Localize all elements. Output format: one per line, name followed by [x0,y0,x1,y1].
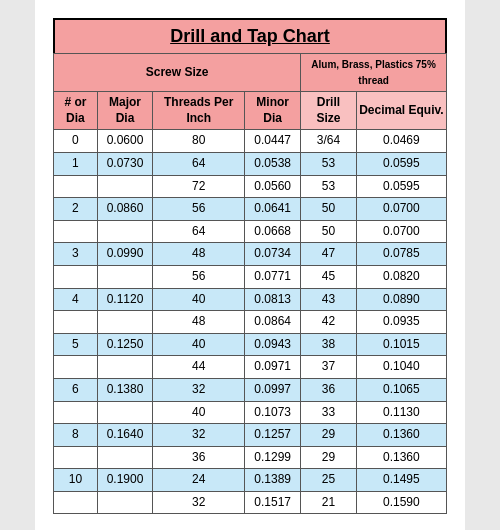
table-cell: 3/64 [301,130,357,153]
table-row: 440.0971370.1040 [54,356,447,379]
chart-title: Drill and Tap Chart [53,18,447,53]
alum-brass-header: Alum, Brass, Plastics 75% thread [301,54,447,92]
table-cell: 0.0820 [356,265,446,288]
table-row: 320.1517210.1590 [54,491,447,514]
table-row: 480.0864420.0935 [54,311,447,334]
table-row: 60.1380320.0997360.1065 [54,378,447,401]
table-cell: 50 [301,198,357,221]
table-cell [54,356,98,379]
table-cell: 43 [301,288,357,311]
table-cell: 0.0864 [245,311,301,334]
table-cell: 0.1517 [245,491,301,514]
table-cell: 0.0730 [97,152,152,175]
table-cell: 0.0641 [245,198,301,221]
table-cell [97,401,152,424]
table-cell: 64 [153,152,245,175]
table-cell: 56 [153,265,245,288]
table-cell [54,446,98,469]
table-cell [54,175,98,198]
col-drill-header: Drill Size [301,92,357,130]
table-row: 100.1900240.1389250.1495 [54,469,447,492]
table-cell: 53 [301,175,357,198]
table-cell: 0.0538 [245,152,301,175]
table-cell [97,446,152,469]
chart-container: Drill and Tap Chart Screw Size Alum, Bra… [35,0,465,530]
table-cell: 32 [153,378,245,401]
table-cell: 0.0771 [245,265,301,288]
table-cell: 40 [153,288,245,311]
table-cell: 0.1120 [97,288,152,311]
table-cell: 0.1640 [97,424,152,447]
table-cell: 8 [54,424,98,447]
table-cell: 64 [153,220,245,243]
table-cell: 0.1380 [97,378,152,401]
table-cell: 3 [54,243,98,266]
table-cell: 0.0560 [245,175,301,198]
col-tpi-header: Threads Per Inch [153,92,245,130]
table-cell: 38 [301,333,357,356]
table-cell: 5 [54,333,98,356]
table-row: 560.0771450.0820 [54,265,447,288]
table-cell: 0.0785 [356,243,446,266]
table-cell: 0 [54,130,98,153]
table-cell [54,220,98,243]
table-cell [97,311,152,334]
table-cell: 0.1250 [97,333,152,356]
table-cell: 47 [301,243,357,266]
table-cell: 40 [153,333,245,356]
table-cell: 0.0700 [356,220,446,243]
table-cell: 0.0990 [97,243,152,266]
table-cell: 0.1495 [356,469,446,492]
table-cell: 2 [54,198,98,221]
table-cell: 0.1257 [245,424,301,447]
table-cell: 0.0890 [356,288,446,311]
table-cell: 0.1360 [356,446,446,469]
table-cell: 37 [301,356,357,379]
table-cell: 0.0813 [245,288,301,311]
table-row: 20.0860560.0641500.0700 [54,198,447,221]
table-cell: 0.1389 [245,469,301,492]
col-minor-header: Minor Dia [245,92,301,130]
table-cell: 0.0700 [356,198,446,221]
table-cell: 0.1015 [356,333,446,356]
table-cell: 0.1065 [356,378,446,401]
table-cell: 0.1073 [245,401,301,424]
table-row: 00.0600800.04473/640.0469 [54,130,447,153]
table-cell: 0.0595 [356,175,446,198]
table-cell [54,401,98,424]
table-row: 640.0668500.0700 [54,220,447,243]
table-cell: 42 [301,311,357,334]
table-cell: 0.1130 [356,401,446,424]
table-cell: 0.0595 [356,152,446,175]
table-cell: 1 [54,152,98,175]
screw-size-header: Screw Size [54,54,301,92]
table-cell: 80 [153,130,245,153]
col-num-header: # or Dia [54,92,98,130]
table-cell: 32 [153,424,245,447]
table-cell [97,220,152,243]
table-cell: 0.0943 [245,333,301,356]
table-cell: 0.1900 [97,469,152,492]
table-row: 80.1640320.1257290.1360 [54,424,447,447]
table-cell: 0.0469 [356,130,446,153]
table-cell: 0.0971 [245,356,301,379]
table-cell: 24 [153,469,245,492]
col-major-header: Major Dia [97,92,152,130]
table-cell: 0.0997 [245,378,301,401]
table-cell: 0.1040 [356,356,446,379]
table-cell: 33 [301,401,357,424]
table-cell: 0.0600 [97,130,152,153]
table-cell: 25 [301,469,357,492]
table-cell: 6 [54,378,98,401]
table-cell: 0.1360 [356,424,446,447]
table-cell: 10 [54,469,98,492]
table-cell: 40 [153,401,245,424]
table-cell: 48 [153,311,245,334]
table-cell [97,491,152,514]
table-row: 10.0730640.0538530.0595 [54,152,447,175]
table-cell: 36 [301,378,357,401]
table-cell [54,265,98,288]
table-cell [97,356,152,379]
table-cell: 0.0447 [245,130,301,153]
table-cell [97,175,152,198]
